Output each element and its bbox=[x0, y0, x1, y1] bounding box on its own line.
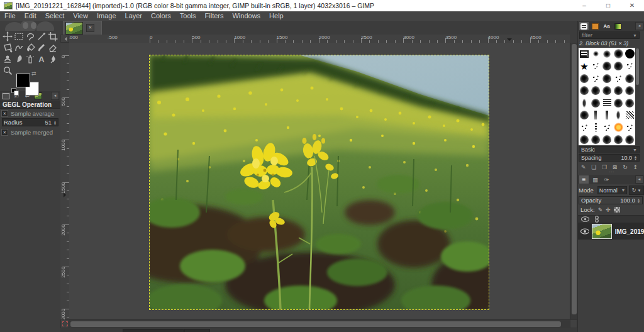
brush-thumbnail[interactable] bbox=[613, 85, 624, 97]
spacing-spinner[interactable]: ▲▼ bbox=[634, 155, 637, 160]
lock-alpha-icon[interactable] bbox=[614, 207, 620, 213]
unified-transform-tool-button[interactable] bbox=[2, 42, 13, 53]
brush-thumbnail[interactable] bbox=[624, 109, 635, 122]
lock-position-icon[interactable]: ✛ bbox=[606, 207, 611, 213]
brush-thumbnail[interactable] bbox=[590, 85, 601, 97]
brush-thumbnail[interactable] bbox=[579, 72, 590, 85]
sample-merged-option[interactable]: ✕ Sample merged bbox=[1, 128, 59, 136]
new-brush-icon[interactable]: ❏ bbox=[591, 164, 596, 170]
brush-thumbnail[interactable] bbox=[590, 48, 601, 60]
brush-thumbnail[interactable] bbox=[590, 72, 601, 85]
radius-field[interactable]: Radius 51 ▲▼ bbox=[2, 118, 58, 126]
brush-thumbnail[interactable] bbox=[579, 85, 590, 97]
brush-thumbnail[interactable] bbox=[613, 109, 624, 122]
menu-item-select[interactable]: Select bbox=[41, 11, 69, 21]
open-brush-icon[interactable]: ↥ bbox=[633, 164, 638, 170]
horizontal-ruler[interactable]: -1000-5000500100015002000250030003500400… bbox=[69, 35, 570, 43]
spacing-value[interactable]: 10.0 bbox=[621, 155, 633, 161]
brush-thumbnail[interactable] bbox=[624, 60, 635, 73]
layer-visibility-eye-icon[interactable] bbox=[580, 228, 589, 235]
mode-reset-button[interactable]: ↻▼ bbox=[629, 185, 644, 195]
tab-fonts[interactable]: Aa bbox=[602, 22, 611, 30]
minimize-button[interactable]: – bbox=[572, 0, 596, 11]
brush-thumbnail[interactable] bbox=[613, 134, 624, 146]
bucket-fill-tool-button[interactable] bbox=[25, 42, 36, 53]
layer-row[interactable]: IMG_20191 bbox=[578, 223, 644, 240]
zoom-dropdown-partial[interactable] bbox=[184, 329, 210, 332]
close-button[interactable]: ✕ bbox=[620, 0, 644, 11]
menu-item-windows[interactable]: Windows bbox=[228, 11, 265, 21]
vertical-ruler[interactable]: 050010001500200025003000 bbox=[60, 43, 70, 319]
menu-item-colors[interactable]: Colors bbox=[147, 11, 175, 21]
refresh-brushes-icon[interactable]: ↻ bbox=[623, 164, 628, 170]
horizontal-scrollbar[interactable] bbox=[69, 319, 570, 329]
mode-select[interactable]: Normal ▼ bbox=[597, 186, 628, 194]
brush-thumbnail[interactable] bbox=[624, 85, 635, 97]
brush-thumbnail[interactable] bbox=[590, 97, 601, 109]
sample-average-checkbox[interactable]: ✕ bbox=[1, 110, 8, 117]
brush-thumbnail[interactable] bbox=[601, 48, 613, 60]
chevron-down-icon[interactable]: ▼ bbox=[633, 33, 637, 38]
brush-thumbnail[interactable] bbox=[579, 134, 590, 146]
brush-grid[interactable]: ★ bbox=[579, 48, 635, 145]
brush-grid-scrollbar-thumb[interactable] bbox=[636, 48, 639, 85]
quick-mask-toggle-button[interactable] bbox=[60, 319, 69, 328]
maximize-button[interactable]: □ bbox=[596, 0, 620, 11]
sample-merged-checkbox[interactable]: ✕ bbox=[1, 129, 8, 136]
swap-colors-icon[interactable]: ⇄ bbox=[31, 70, 40, 77]
warp-transform-tool-button[interactable] bbox=[13, 42, 25, 53]
airbrush-tool-button[interactable] bbox=[25, 53, 36, 65]
eraser-tool-button[interactable] bbox=[47, 42, 58, 53]
reset-colors-icon[interactable] bbox=[11, 88, 19, 96]
crop-tool-button[interactable] bbox=[47, 31, 58, 42]
brush-spacing-slider[interactable]: Spacing 10.0 ▲▼ bbox=[579, 154, 640, 162]
brush-thumbnail[interactable] bbox=[624, 97, 635, 109]
brush-thumbnail[interactable] bbox=[590, 121, 601, 134]
brush-thumbnail[interactable] bbox=[579, 109, 590, 122]
brush-thumbnail[interactable] bbox=[624, 134, 635, 146]
image-tab-close-button[interactable]: ✕ bbox=[86, 24, 94, 32]
brush-thumbnail[interactable] bbox=[624, 72, 635, 85]
brush-thumbnail[interactable] bbox=[579, 97, 590, 109]
duplicate-brush-icon[interactable]: ❐ bbox=[602, 164, 607, 170]
brush-thumbnail[interactable] bbox=[590, 134, 601, 146]
paintbrush-tool-button[interactable] bbox=[36, 42, 47, 53]
clone-tool-button[interactable] bbox=[2, 53, 13, 65]
brush-thumbnail[interactable] bbox=[613, 121, 624, 134]
brush-thumbnail[interactable]: ★ bbox=[579, 60, 590, 73]
text-tool-button[interactable]: A bbox=[36, 53, 47, 65]
dock-menu-button[interactable]: ◂ bbox=[51, 92, 59, 100]
canvas-image[interactable] bbox=[150, 55, 489, 309]
brushes-dock-menu-button[interactable]: ◂ bbox=[635, 22, 643, 30]
menu-item-file[interactable]: File bbox=[0, 11, 20, 21]
foreground-color-swatch[interactable] bbox=[16, 74, 30, 87]
brush-thumbnail[interactable] bbox=[601, 60, 613, 73]
lock-pixels-icon[interactable]: ✎ bbox=[598, 207, 603, 213]
brush-thumbnail[interactable] bbox=[613, 48, 624, 60]
menu-item-edit[interactable]: Edit bbox=[20, 11, 41, 21]
move-tool-button[interactable] bbox=[2, 31, 13, 42]
brush-thumbnail[interactable] bbox=[579, 48, 590, 60]
units-dropdown-partial[interactable] bbox=[123, 329, 184, 332]
edit-brush-icon[interactable]: ✎ bbox=[581, 164, 586, 170]
ink-tool-button[interactable] bbox=[47, 53, 58, 65]
brush-thumbnail[interactable] bbox=[579, 121, 590, 134]
brush-filter-input[interactable]: filter ▼ bbox=[579, 31, 640, 39]
tab-channels[interactable]: ▥ bbox=[591, 175, 600, 184]
brush-thumbnail[interactable] bbox=[601, 121, 613, 134]
brush-thumbnail[interactable] bbox=[601, 72, 613, 85]
menu-item-help[interactable]: Help bbox=[265, 11, 288, 21]
ruler-corner-menu-button[interactable] bbox=[60, 35, 69, 43]
horizontal-scrollbar-thumb[interactable] bbox=[70, 321, 561, 327]
menu-item-layer[interactable]: Layer bbox=[121, 11, 147, 21]
menu-item-view[interactable]: View bbox=[69, 11, 92, 21]
image-viewport[interactable] bbox=[69, 43, 570, 319]
brush-category-dropdown[interactable]: Basic ▼ bbox=[579, 146, 640, 153]
navigation-button[interactable] bbox=[570, 319, 577, 328]
sample-average-option[interactable]: ✕ Sample average bbox=[1, 109, 59, 118]
vertical-scrollbar-thumb[interactable] bbox=[572, 44, 577, 314]
tab-tool-options[interactable] bbox=[2, 92, 10, 99]
smudge-tool-button[interactable] bbox=[13, 53, 25, 65]
opacity-spinner[interactable]: ▲▼ bbox=[637, 198, 640, 203]
tab-brushes[interactable] bbox=[579, 22, 589, 30]
